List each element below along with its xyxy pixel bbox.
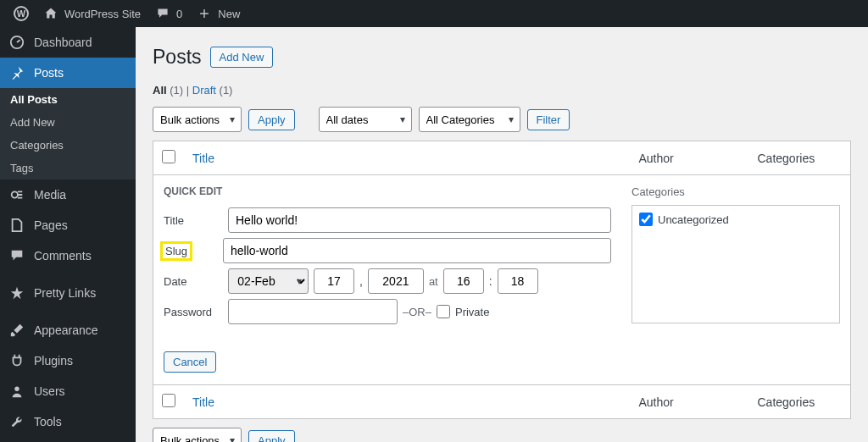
qe-password-label: Password xyxy=(164,306,228,318)
qe-minute-input[interactable] xyxy=(498,268,538,294)
star-icon xyxy=(8,285,25,301)
qe-slug-label: Slug xyxy=(164,245,189,257)
qe-or-label: –OR– xyxy=(403,306,431,318)
sidebar-item-dashboard[interactable]: Dashboard xyxy=(0,27,136,58)
qe-at-label: at xyxy=(429,275,438,288)
qe-categories-heading: Categories xyxy=(632,185,840,198)
gauge-icon xyxy=(8,34,25,51)
admin-sidebar: Dashboard Posts All Posts Add New Catego… xyxy=(0,27,136,442)
admin-topbar: W WordPress Site 0 New xyxy=(0,0,868,27)
sidebar-item-tools[interactable]: Tools xyxy=(0,406,136,437)
sidebar-label: Pages xyxy=(34,218,68,232)
column-categories: Categories xyxy=(749,141,851,175)
svg-point-2 xyxy=(14,387,19,391)
wrench-icon xyxy=(8,413,25,430)
new-label: New xyxy=(218,8,240,20)
sidebar-item-pages[interactable]: Pages xyxy=(0,210,136,240)
sidebar-item-posts[interactable]: Posts xyxy=(0,58,136,88)
qe-cat-uncategorized-checkbox[interactable] xyxy=(639,213,653,226)
sidebar-label: Dashboard xyxy=(34,36,92,49)
svg-point-1 xyxy=(12,191,18,197)
post-status-filters: All (1) | Draft (1) xyxy=(153,84,851,97)
qe-year-input[interactable] xyxy=(368,268,424,294)
bulk-actions-select[interactable]: Bulk actions xyxy=(153,107,242,132)
sidebar-label: Pretty Links xyxy=(34,286,96,300)
sidebar-label: Plugins xyxy=(34,354,73,367)
sidebar-item-appearance[interactable]: Appearance xyxy=(0,315,136,345)
sidebar-item-comments[interactable]: Comments xyxy=(0,240,136,271)
qe-cat-uncategorized-label: Uncategorized xyxy=(658,213,729,226)
sidebar-label: Media xyxy=(34,188,66,202)
filter-button[interactable]: Filter xyxy=(527,109,570,130)
sidebar-sub-all-posts[interactable]: All Posts xyxy=(0,88,136,111)
column-author-footer: Author xyxy=(631,385,749,419)
home-icon xyxy=(42,5,59,22)
date-filter-select[interactable]: All dates xyxy=(319,107,412,132)
select-all-checkbox-top[interactable] xyxy=(162,150,175,163)
apply-button-top[interactable]: Apply xyxy=(248,109,295,130)
column-categories-footer: Categories xyxy=(749,385,851,419)
comment-count: 0 xyxy=(176,8,182,20)
media-icon xyxy=(8,186,25,203)
filter-draft[interactable]: Draft (1) xyxy=(192,84,233,97)
comments-link[interactable]: 0 xyxy=(147,0,189,27)
select-all-checkbox-bottom[interactable] xyxy=(162,394,175,407)
user-icon xyxy=(8,383,25,400)
quick-edit-heading: QUICK EDIT xyxy=(164,185,611,197)
page-icon xyxy=(8,217,25,234)
sidebar-sub-categories[interactable]: Categories xyxy=(0,134,136,157)
category-filter-select[interactable]: All Categories xyxy=(419,107,520,132)
page-title: Posts xyxy=(153,46,202,69)
sidebar-label: Tools xyxy=(34,415,62,428)
posts-table: Title Author Categories QUICK EDIT Title xyxy=(153,141,851,419)
main-content: Posts Add New All (1) | Draft (1) Bulk a… xyxy=(136,27,868,442)
wordpress-logo-icon: W xyxy=(14,6,29,21)
qe-private-label: Private xyxy=(455,306,489,318)
qe-password-input[interactable] xyxy=(228,299,398,324)
qe-day-input[interactable] xyxy=(314,268,354,294)
qe-month-select[interactable]: 02-Feb xyxy=(228,268,309,294)
qe-title-input[interactable] xyxy=(228,207,611,233)
apply-button-bottom[interactable]: Apply xyxy=(248,430,295,443)
brush-icon xyxy=(8,322,25,339)
new-content-link[interactable]: New xyxy=(189,0,247,27)
qe-private-checkbox[interactable] xyxy=(437,305,450,318)
qe-date-label: Date xyxy=(164,275,228,288)
filter-all[interactable]: All (1) xyxy=(153,84,183,97)
plug-icon xyxy=(8,352,25,369)
sidebar-item-plugins[interactable]: Plugins xyxy=(0,345,136,376)
wp-logo-menu[interactable]: W xyxy=(7,0,36,27)
sidebar-item-prettylinks[interactable]: Pretty Links xyxy=(0,278,136,308)
sidebar-sub-tags[interactable]: Tags xyxy=(0,157,136,180)
add-new-button[interactable]: Add New xyxy=(210,47,274,68)
sidebar-label: Comments xyxy=(34,249,92,262)
sidebar-submenu-posts: All Posts Add New Categories Tags xyxy=(0,88,136,180)
site-name: WordPress Site xyxy=(64,8,141,20)
sidebar-item-users[interactable]: Users xyxy=(0,376,136,406)
sidebar-item-media[interactable]: Media xyxy=(0,180,136,210)
bulk-actions-select-bottom[interactable]: Bulk actions xyxy=(153,428,242,442)
speech-bubble-icon xyxy=(154,5,171,22)
qe-categories-box: Uncategorized xyxy=(632,205,840,323)
column-title-footer[interactable]: Title xyxy=(192,395,214,409)
qe-title-label: Title xyxy=(164,214,228,227)
sidebar-label: Appearance xyxy=(34,323,98,337)
column-author: Author xyxy=(631,141,749,175)
site-home-link[interactable]: WordPress Site xyxy=(36,0,147,27)
speech-bubble-icon xyxy=(8,247,25,264)
sidebar-label: Posts xyxy=(34,66,64,80)
sidebar-label: Users xyxy=(34,384,65,398)
qe-slug-input[interactable] xyxy=(223,238,611,263)
filter-separator: | xyxy=(186,84,192,97)
sidebar-sub-add-new[interactable]: Add New xyxy=(0,111,136,134)
qe-hour-input[interactable] xyxy=(443,268,484,294)
cancel-button[interactable]: Cancel xyxy=(164,351,216,373)
plus-icon xyxy=(196,5,213,22)
pushpin-icon xyxy=(8,64,25,81)
column-title[interactable]: Title xyxy=(192,152,214,165)
